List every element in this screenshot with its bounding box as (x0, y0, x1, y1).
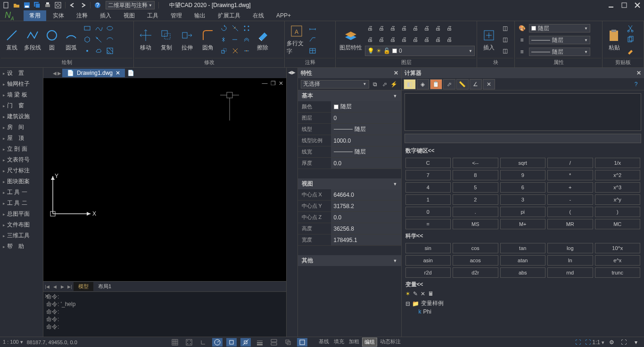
trim-icon[interactable] (230, 23, 240, 33)
calc-key[interactable]: atan (500, 255, 546, 266)
properties-nav-handle[interactable]: ◀▶ (286, 68, 297, 337)
move-button[interactable]: 移动 (136, 23, 156, 56)
prop-value[interactable]: 0.0 (331, 158, 401, 169)
anno-visibility-icon[interactable]: ⛶ (573, 338, 583, 347)
arc-button[interactable]: 圆弧 (61, 23, 81, 56)
left-panel-item[interactable]: 文表符号 (0, 154, 43, 165)
tabs-nav-right-icon[interactable]: ▶ (58, 71, 61, 76)
stretch-button[interactable]: 拉伸 (177, 23, 197, 56)
calc-key[interactable]: MS (453, 219, 498, 229)
polar-toggle-icon[interactable] (212, 338, 223, 347)
calc-getpoint-icon[interactable]: ⬀ (443, 79, 455, 89)
layer-freeze-icon[interactable]: 🖨 (376, 23, 387, 33)
customize-icon[interactable]: ▾ (631, 338, 641, 347)
define-attr-icon[interactable]: ◫ (500, 46, 510, 56)
left-panel-item[interactable]: 立 剖 面 (0, 144, 43, 154)
var-delete-icon[interactable]: ✕ (421, 291, 425, 297)
layer-unlock-icon[interactable]: 🖨 (433, 23, 443, 33)
model-toggle-icon[interactable] (297, 338, 307, 347)
xline-icon[interactable] (93, 34, 104, 45)
prop-section[interactable]: 基本▼ (298, 90, 401, 101)
dyn-toggle-icon[interactable] (269, 338, 279, 347)
menu-item-1[interactable]: 实体 (47, 10, 70, 21)
calc-help-icon[interactable]: ? (630, 79, 642, 89)
var-new-icon[interactable]: ✶ (405, 291, 410, 297)
tabs-nav-left-icon[interactable]: ◀ (53, 71, 57, 76)
maximize-icon[interactable] (619, 1, 629, 9)
calc-key[interactable]: log (547, 243, 593, 253)
calc-history-icon[interactable]: ◈ (417, 79, 429, 89)
layer-properties-button[interactable]: 图层特性 (338, 23, 364, 56)
prop-value[interactable]: 178495.1 (331, 234, 401, 245)
calculator-close-icon[interactable]: ✕ (636, 70, 641, 76)
polyline-button[interactable]: 多段线 (23, 23, 42, 56)
line-button[interactable]: 直线 (2, 23, 22, 56)
calc-key[interactable]: pi (500, 207, 546, 217)
close-icon[interactable] (633, 1, 642, 9)
cmd-close-icon[interactable]: ✕ (44, 293, 49, 299)
prop-value[interactable]: 64664.0 (331, 189, 401, 200)
calc-key[interactable]: M+ (500, 219, 546, 229)
revcloud-icon[interactable] (93, 46, 104, 56)
lwt-toggle-icon[interactable] (255, 338, 265, 347)
calc-key[interactable]: x^3 (595, 182, 641, 193)
osnap-toggle-icon[interactable] (226, 338, 237, 347)
left-panel-item[interactable]: 尺寸标注 (0, 165, 43, 176)
left-panel-item[interactable]: 文件布图 (0, 219, 43, 230)
var-tree-item[interactable]: kPhi (405, 308, 641, 315)
hatch-icon[interactable] (105, 46, 115, 56)
calc-key[interactable]: abs (500, 267, 546, 278)
calc-key[interactable]: 3 (500, 194, 546, 205)
left-panel-item[interactable]: 总图平面 (0, 209, 43, 219)
calc-getangle-icon[interactable]: ∠ (470, 79, 482, 89)
snap-toggle-icon[interactable] (184, 338, 194, 347)
join-icon[interactable] (241, 46, 252, 56)
layer-on-icon[interactable]: 🖨 (410, 23, 421, 33)
preview-icon[interactable] (54, 1, 62, 9)
mirror-icon[interactable] (219, 34, 229, 45)
dimension-icon[interactable] (307, 23, 318, 33)
new-icon[interactable] (2, 1, 10, 9)
scale-display[interactable]: 1 : 100 ▾ (3, 339, 23, 345)
layer-match-icon[interactable]: 🖨 (444, 23, 454, 33)
left-panel-item[interactable]: 帮 助 (0, 241, 43, 252)
menu-item-4[interactable]: 视图 (118, 10, 140, 21)
explode-icon[interactable] (230, 46, 240, 56)
linetype-selector[interactable]: 随层▼ (529, 36, 590, 44)
left-panel-item[interactable]: 设 置 (0, 68, 43, 79)
menu-item-2[interactable]: 注释 (71, 10, 93, 21)
calc-key[interactable]: 1/x (595, 158, 641, 168)
linetype-icon[interactable]: ≡ (517, 35, 527, 45)
copy-clip-icon[interactable] (625, 34, 636, 45)
calc-input[interactable] (405, 134, 642, 143)
rotate-icon[interactable] (219, 23, 229, 33)
layer-iso-icon[interactable]: 🖨 (399, 23, 409, 33)
calc-key[interactable]: rnd (547, 267, 593, 278)
layout-tab[interactable]: 布局1 (93, 282, 116, 291)
cut-icon[interactable] (625, 23, 636, 33)
calc-key[interactable]: MC (595, 219, 641, 229)
calc-getint-icon[interactable]: ✕ (483, 79, 495, 89)
menu-item-0[interactable]: 常用 (24, 10, 46, 21)
extend-icon[interactable] (230, 34, 240, 45)
prop-value[interactable]: 随层 (331, 124, 401, 135)
menu-item-6[interactable]: 管理 (165, 10, 188, 21)
create-block-icon[interactable]: ◫ (500, 23, 510, 33)
calc-key[interactable]: MR (547, 219, 593, 229)
calc-key[interactable]: 0 (405, 207, 451, 217)
quick-select-icon[interactable]: ⧉ (371, 80, 380, 89)
layer-thaw-icon[interactable]: 🖨 (421, 23, 432, 33)
layer-f-icon[interactable]: 🖨 (421, 34, 432, 45)
calc-clear-icon[interactable]: ◧ (404, 79, 416, 89)
tab-close-icon[interactable]: ✕ (116, 70, 120, 76)
calc-key[interactable]: sqrt (500, 158, 546, 168)
left-panel-item[interactable]: 房 间 (0, 122, 43, 133)
status-mode-toggle[interactable]: 加粗 (347, 338, 361, 347)
left-panel-item[interactable]: 工 具 一 (0, 187, 43, 198)
fillet-button[interactable]: 圆角 (198, 23, 218, 56)
calc-key[interactable]: 9 (500, 170, 546, 180)
menu-item-5[interactable]: 工具 (141, 10, 164, 21)
calc-key[interactable]: 10^x (595, 243, 641, 253)
calc-key[interactable]: sin (405, 243, 451, 253)
grid-toggle-icon[interactable] (170, 338, 180, 347)
